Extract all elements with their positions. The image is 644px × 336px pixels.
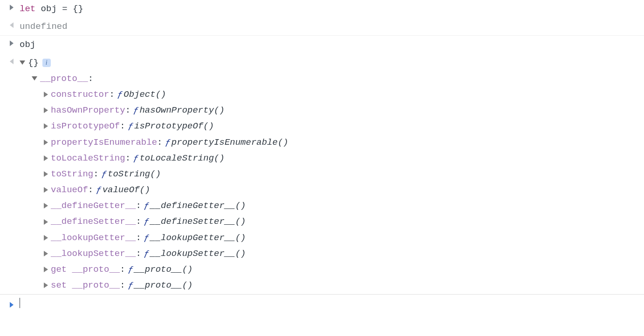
colon: : [125,150,130,166]
tree-member[interactable]: isPrototypeOf:ƒ isPrototypeOf() [20,118,644,134]
function-name: __lookupGetter__() [150,230,246,246]
function-symbol: ƒ [144,246,149,262]
tree-member[interactable]: __lookupSetter__:ƒ __lookupSetter__() [20,246,644,262]
output-marker [4,55,20,64]
function-symbol: ƒ [144,230,149,246]
member-name: valueOf [51,182,88,198]
triangle-right-icon[interactable] [44,155,48,161]
member-name: __lookupSetter__ [51,246,136,262]
triangle-down-icon[interactable] [32,76,37,81]
triangle-right-icon[interactable] [44,282,48,288]
triangle-right-icon[interactable] [44,108,48,113]
colon: : [88,182,93,198]
function-symbol: ƒ [165,134,170,150]
function-name: isPrototypeOf() [134,118,214,134]
triangle-down-icon[interactable] [20,60,25,65]
colon: : [120,277,125,293]
info-icon[interactable]: i [42,59,51,67]
tree-member[interactable]: set __proto__:ƒ __proto__() [20,277,644,293]
colon: : [109,87,114,102]
chevron-right-icon [10,5,14,10]
triangle-right-icon[interactable] [44,92,48,97]
console-output-object: {} i __proto__: constructor:ƒ Object()ha… [0,54,644,295]
function-symbol: ƒ [133,150,138,166]
function-name: __proto__() [134,277,192,293]
function-symbol: ƒ [102,166,107,182]
tree-member[interactable]: toString:ƒ toString() [20,166,644,182]
tree-member[interactable]: get __proto__:ƒ __proto__() [20,262,644,277]
member-name: set __proto__ [51,277,120,293]
member-name: constructor [51,87,109,102]
colon: : [136,214,141,229]
tree-member[interactable]: hasOwnProperty:ƒ hasOwnProperty() [20,102,644,118]
function-symbol: ƒ [96,182,101,198]
function-name: Object() [123,87,166,102]
triangle-right-icon[interactable] [44,235,48,241]
tree-member[interactable]: toLocaleString:ƒ toLocaleString() [20,150,644,166]
tree-member[interactable]: __defineSetter__:ƒ __defineSetter__() [20,214,644,229]
console-prompt-row[interactable] [0,294,644,311]
console-input[interactable] [20,297,644,309]
function-symbol: ƒ [128,118,133,134]
input-marker [4,37,20,46]
triangle-right-icon[interactable] [44,251,48,256]
tree-member[interactable]: valueOf:ƒ valueOf() [20,182,644,198]
prompt-marker [4,298,20,308]
colon: : [136,198,141,214]
console-output-value: undefined [20,19,644,34]
chevron-right-icon [10,302,14,308]
function-name: __lookupSetter__() [150,246,246,262]
colon: : [136,246,141,262]
colon: : [136,230,141,246]
code-rest: obj = {} [35,4,83,14]
triangle-right-icon[interactable] [44,187,48,193]
triangle-right-icon[interactable] [44,171,48,177]
chevron-right-icon [10,40,14,46]
code-obj: obj [20,40,35,50]
function-name: valueOf() [103,182,151,198]
colon: : [125,102,130,118]
function-name: __defineGetter__() [150,198,246,214]
function-symbol: ƒ [117,87,123,102]
tree-member[interactable]: __lookupGetter__:ƒ __lookupGetter__() [20,230,644,246]
function-name: toLocaleString() [139,150,224,166]
member-name: isPrototypeOf [51,118,120,134]
console-panel: let obj = {} undefined obj {} i [0,0,644,311]
object-tree: {} i __proto__: constructor:ƒ Object()ha… [20,55,644,294]
triangle-right-icon[interactable] [44,219,48,225]
triangle-right-icon[interactable] [44,203,48,208]
function-symbol: ƒ [144,198,149,214]
triangle-right-icon[interactable] [44,267,48,272]
console-input-row: let obj = {} [0,0,644,18]
function-name: hasOwnProperty() [139,102,224,118]
input-marker [4,1,20,10]
triangle-right-icon[interactable] [44,140,48,145]
member-name: hasOwnProperty [51,102,125,118]
triangle-right-icon[interactable] [44,123,48,129]
colon: : [157,134,162,150]
function-symbol: ƒ [133,102,138,118]
console-input-row: obj [0,36,644,54]
console-input-code: obj [20,37,644,53]
colon: : [93,166,98,182]
console-input-code: let obj = {} [20,1,644,17]
member-name: toString [51,166,93,182]
proto-label: __proto__ [40,71,88,87]
function-symbol: ƒ [128,277,133,293]
tree-proto[interactable]: __proto__: [20,71,644,87]
tree-member[interactable]: constructor:ƒ Object() [20,87,644,102]
colon: : [120,262,125,277]
tree-member[interactable]: propertyIsEnumerable:ƒ propertyIsEnumera… [20,134,644,150]
member-name: __defineSetter__ [51,214,136,229]
member-name: propertyIsEnumerable [51,134,157,150]
function-name: toString() [108,166,161,182]
tree-root[interactable]: {} i [20,55,644,71]
undefined-value: undefined [20,21,68,32]
function-name: __defineSetter__() [150,214,246,229]
member-name: get __proto__ [51,262,120,277]
proto-members: constructor:ƒ Object()hasOwnProperty:ƒ h… [20,87,644,293]
member-name: toLocaleString [51,150,125,166]
chevron-left-icon [10,59,14,64]
object-summary: {} [28,55,39,71]
tree-member[interactable]: __defineGetter__:ƒ __defineGetter__() [20,198,644,214]
